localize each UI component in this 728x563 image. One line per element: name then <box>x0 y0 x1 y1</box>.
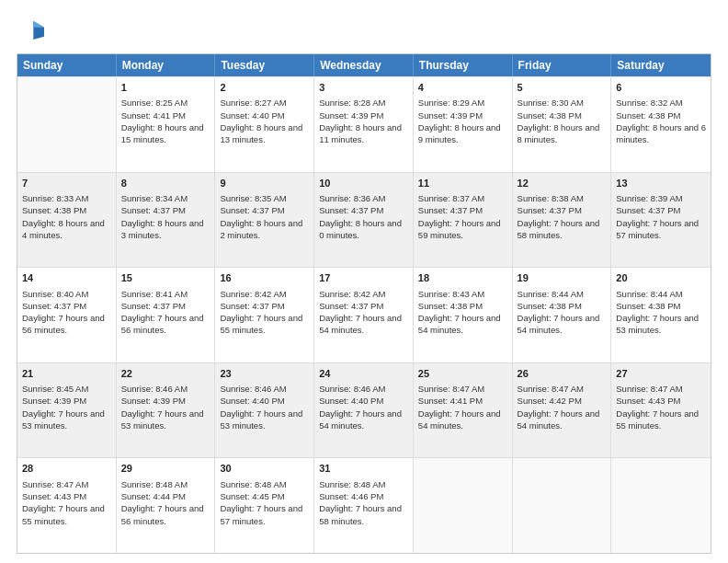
daylight-hours: Daylight: 7 hours and 59 minutes. <box>418 217 507 242</box>
calendar-cell: 31Sunrise: 8:48 AMSunset: 4:46 PMDayligh… <box>314 458 414 553</box>
logo <box>17 17 48 44</box>
daylight-hours: Daylight: 7 hours and 54 minutes. <box>319 408 408 432</box>
svg-marker-1 <box>33 21 44 28</box>
sunset: Sunset: 4:40 PM <box>319 395 408 407</box>
day-number: 19 <box>518 271 607 285</box>
calendar-cell: 12Sunrise: 8:38 AMSunset: 4:37 PMDayligh… <box>513 173 612 268</box>
sunset: Sunset: 4:37 PM <box>616 204 706 216</box>
day-number: 2 <box>220 81 309 95</box>
daylight-hours: Daylight: 7 hours and 54 minutes. <box>518 312 607 337</box>
calendar-cell: 6Sunrise: 8:32 AMSunset: 4:38 PMDaylight… <box>611 77 711 172</box>
sunset: Sunset: 4:41 PM <box>418 395 507 407</box>
sunrise: Sunrise: 8:47 AM <box>518 383 607 395</box>
sunset: Sunset: 4:39 PM <box>418 109 507 121</box>
calendar-week: 28Sunrise: 8:47 AMSunset: 4:43 PMDayligh… <box>17 457 711 553</box>
calendar-cell: 24Sunrise: 8:46 AMSunset: 4:40 PMDayligh… <box>314 363 414 458</box>
calendar-cell: 10Sunrise: 8:36 AMSunset: 4:37 PMDayligh… <box>314 173 414 268</box>
calendar-cell <box>513 458 612 553</box>
calendar-cell: 14Sunrise: 8:40 AMSunset: 4:37 PMDayligh… <box>17 268 117 362</box>
calendar-cell: 30Sunrise: 8:48 AMSunset: 4:45 PMDayligh… <box>215 458 314 553</box>
sunset: Sunset: 4:38 PM <box>616 109 706 121</box>
calendar-cell: 16Sunrise: 8:42 AMSunset: 4:37 PMDayligh… <box>215 268 314 362</box>
calendar-cell: 11Sunrise: 8:37 AMSunset: 4:37 PMDayligh… <box>414 173 513 268</box>
sunrise: Sunrise: 8:25 AM <box>121 97 210 109</box>
sunset: Sunset: 4:37 PM <box>518 204 607 216</box>
daylight-hours: Daylight: 7 hours and 57 minutes. <box>616 217 706 242</box>
sunset: Sunset: 4:42 PM <box>518 395 607 407</box>
sunrise: Sunrise: 8:30 AM <box>518 97 607 109</box>
calendar-cell: 27Sunrise: 8:47 AMSunset: 4:43 PMDayligh… <box>611 363 711 458</box>
day-number: 3 <box>319 81 408 95</box>
day-number: 26 <box>518 367 607 381</box>
daylight-hours: Daylight: 7 hours and 56 minutes. <box>121 312 210 337</box>
calendar-header-day: Tuesday <box>215 54 314 76</box>
sunrise: Sunrise: 8:37 AM <box>418 192 507 204</box>
calendar-header-day: Saturday <box>611 54 711 76</box>
sunset: Sunset: 4:37 PM <box>319 300 408 312</box>
sunset: Sunset: 4:38 PM <box>518 300 607 312</box>
sunset: Sunset: 4:37 PM <box>22 300 111 312</box>
sunrise: Sunrise: 8:41 AM <box>121 288 210 300</box>
daylight-hours: Daylight: 7 hours and 55 minutes. <box>22 502 111 527</box>
calendar-cell: 4Sunrise: 8:29 AMSunset: 4:39 PMDaylight… <box>414 77 513 172</box>
sunset: Sunset: 4:38 PM <box>518 109 607 121</box>
sunrise: Sunrise: 8:48 AM <box>121 478 210 490</box>
daylight-hours: Daylight: 7 hours and 54 minutes. <box>418 408 507 432</box>
day-number: 28 <box>22 462 111 476</box>
calendar-header-day: Monday <box>117 54 216 76</box>
calendar-header-day: Friday <box>513 54 612 76</box>
calendar-header-day: Sunday <box>17 54 117 76</box>
daylight-hours: Daylight: 7 hours and 56 minutes. <box>121 502 210 527</box>
day-number: 22 <box>121 367 210 381</box>
calendar-cell <box>611 458 711 553</box>
sunrise: Sunrise: 8:29 AM <box>418 97 507 109</box>
day-number: 29 <box>121 462 210 476</box>
calendar-cell: 17Sunrise: 8:42 AMSunset: 4:37 PMDayligh… <box>314 268 414 362</box>
day-number: 11 <box>418 177 507 190</box>
sunrise: Sunrise: 8:43 AM <box>418 288 507 300</box>
calendar-cell <box>414 458 513 553</box>
calendar-cell: 9Sunrise: 8:35 AMSunset: 4:37 PMDaylight… <box>215 173 314 268</box>
calendar-week: 1Sunrise: 8:25 AMSunset: 4:41 PMDaylight… <box>17 76 711 172</box>
sunset: Sunset: 4:39 PM <box>22 395 111 407</box>
sunset: Sunset: 4:41 PM <box>121 109 210 121</box>
day-number: 30 <box>220 462 309 476</box>
sunset: Sunset: 4:37 PM <box>121 300 210 312</box>
sunset: Sunset: 4:37 PM <box>121 204 210 216</box>
sunrise: Sunrise: 8:42 AM <box>220 288 309 300</box>
daylight-hours: Daylight: 7 hours and 57 minutes. <box>220 502 309 527</box>
sunrise: Sunrise: 8:33 AM <box>22 192 111 204</box>
sunrise: Sunrise: 8:35 AM <box>220 192 309 204</box>
calendar-cell: 15Sunrise: 8:41 AMSunset: 4:37 PMDayligh… <box>117 268 216 362</box>
sunset: Sunset: 4:40 PM <box>220 395 309 407</box>
calendar-header: SundayMondayTuesdayWednesdayThursdayFrid… <box>17 54 711 76</box>
calendar-cell <box>17 77 117 172</box>
sunrise: Sunrise: 8:42 AM <box>319 288 408 300</box>
calendar-cell: 23Sunrise: 8:46 AMSunset: 4:40 PMDayligh… <box>215 363 314 458</box>
daylight-hours: Daylight: 7 hours and 56 minutes. <box>22 312 111 337</box>
calendar-cell: 29Sunrise: 8:48 AMSunset: 4:44 PMDayligh… <box>117 458 216 553</box>
daylight-hours: Daylight: 8 hours and 6 minutes. <box>616 121 706 146</box>
day-number: 8 <box>121 177 210 190</box>
sunrise: Sunrise: 8:38 AM <box>518 192 607 204</box>
day-number: 14 <box>22 271 111 285</box>
sunrise: Sunrise: 8:44 AM <box>518 288 607 300</box>
day-number: 18 <box>418 271 507 285</box>
calendar-cell: 28Sunrise: 8:47 AMSunset: 4:43 PMDayligh… <box>17 458 117 553</box>
day-number: 31 <box>319 462 408 476</box>
calendar-week: 14Sunrise: 8:40 AMSunset: 4:37 PMDayligh… <box>17 267 711 362</box>
sunrise: Sunrise: 8:28 AM <box>319 97 408 109</box>
sunrise: Sunrise: 8:48 AM <box>319 478 408 490</box>
logo-icon <box>17 17 44 44</box>
sunset: Sunset: 4:37 PM <box>220 300 309 312</box>
daylight-hours: Daylight: 7 hours and 53 minutes. <box>22 408 111 432</box>
header <box>17 17 711 44</box>
sunset: Sunset: 4:38 PM <box>418 300 507 312</box>
calendar: SundayMondayTuesdayWednesdayThursdayFrid… <box>17 53 711 554</box>
calendar-cell: 8Sunrise: 8:34 AMSunset: 4:37 PMDaylight… <box>117 173 216 268</box>
daylight-hours: Daylight: 8 hours and 2 minutes. <box>220 217 309 242</box>
page: SundayMondayTuesdayWednesdayThursdayFrid… <box>0 0 728 563</box>
daylight-hours: Daylight: 7 hours and 54 minutes. <box>319 312 408 337</box>
calendar-cell: 20Sunrise: 8:44 AMSunset: 4:38 PMDayligh… <box>611 268 711 362</box>
daylight-hours: Daylight: 7 hours and 58 minutes. <box>319 502 408 527</box>
